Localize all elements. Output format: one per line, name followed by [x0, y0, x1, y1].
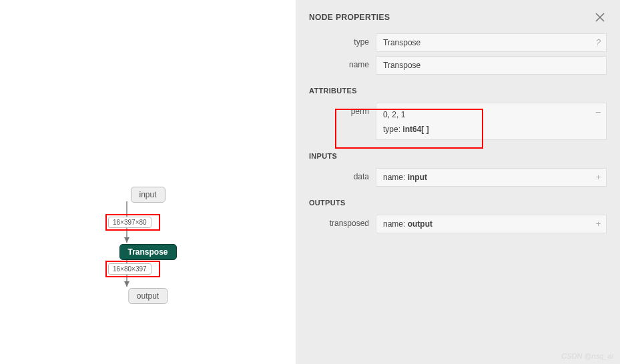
graph-node-transpose-label: Transpose	[127, 247, 168, 257]
output-row-transposed: transposed name: output +	[309, 215, 607, 233]
tensor-shape-in-text: 16×397×80	[113, 219, 147, 226]
type-help-icon[interactable]: ?	[596, 37, 601, 47]
attribute-perm-type-prefix: type:	[383, 125, 402, 134]
attribute-label-perm: perm	[309, 103, 376, 140]
properties-panel: NODE PROPERTIES type Transpose ? name Tr…	[296, 0, 620, 364]
property-value-name-text: Transpose	[383, 61, 420, 70]
section-header-attributes: ATTRIBUTES	[309, 87, 607, 95]
property-value-type[interactable]: Transpose ?	[376, 33, 607, 52]
property-row-name: name Transpose	[309, 56, 607, 75]
property-value-type-text: Transpose	[383, 38, 420, 47]
graph-node-output[interactable]: output	[128, 288, 168, 304]
tensor-shape-out-text: 16×80×397	[113, 265, 147, 273]
watermark: CSDN @nsq_ai	[561, 352, 613, 360]
attribute-perm-values: 0, 2, 1	[383, 107, 599, 122]
graph-node-transpose[interactable]: Transpose	[119, 244, 176, 260]
graph-node-input-label: input	[139, 190, 156, 199]
input-label-data: data	[309, 168, 376, 187]
graph-canvas: input 16×397×80 Transpose 16×80×397 outp…	[0, 0, 296, 364]
input-data-name: input	[408, 173, 427, 182]
panel-title: NODE PROPERTIES	[309, 13, 390, 22]
attribute-perm-type: int64[ ]	[402, 125, 428, 134]
input-value-data[interactable]: name: input +	[376, 168, 607, 187]
input-data-prefix: name:	[383, 173, 408, 182]
graph-node-input[interactable]: input	[130, 187, 165, 203]
input-row-data: data name: input +	[309, 168, 607, 187]
property-row-type: type Transpose ?	[309, 33, 607, 52]
output-transposed-name: output	[408, 219, 432, 229]
close-icon	[595, 13, 605, 22]
tensor-shape-in: 16×397×80	[108, 217, 151, 228]
output-expand-icon[interactable]: +	[595, 219, 601, 229]
section-header-outputs: OUTPUTS	[309, 199, 607, 207]
output-transposed-prefix: name:	[383, 219, 408, 229]
property-value-name[interactable]: Transpose	[376, 56, 607, 75]
attribute-value-perm[interactable]: 0, 2, 1 type: int64[ ] –	[376, 103, 607, 140]
graph-node-output-label: output	[137, 291, 159, 301]
output-label-transposed: transposed	[309, 215, 376, 233]
output-value-transposed[interactable]: name: output +	[376, 215, 607, 233]
property-label-name: name	[309, 56, 376, 75]
graph-edges	[0, 0, 296, 364]
close-button[interactable]	[593, 11, 607, 24]
input-expand-icon[interactable]: +	[595, 172, 601, 182]
section-header-inputs: INPUTS	[309, 152, 607, 160]
attribute-row-perm: perm 0, 2, 1 type: int64[ ] –	[309, 103, 607, 140]
tensor-shape-out: 16×80×397	[108, 263, 151, 275]
attribute-collapse-icon[interactable]: –	[596, 107, 601, 117]
property-label-type: type	[309, 33, 376, 52]
